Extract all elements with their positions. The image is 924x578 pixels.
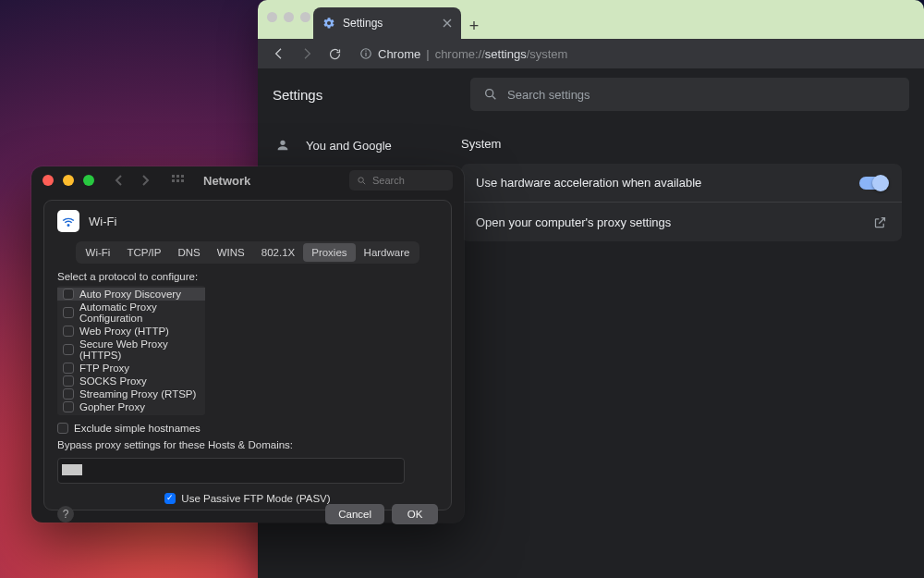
protocol-label: Auto Proxy Discovery bbox=[79, 289, 181, 300]
hw-accel-toggle[interactable] bbox=[859, 177, 887, 190]
protocol-item[interactable]: Automatic Proxy Configuration bbox=[57, 301, 205, 325]
passive-ftp-checkbox[interactable] bbox=[164, 493, 176, 504]
tab-8021x[interactable]: 802.1X bbox=[253, 243, 303, 262]
chrome-toolbar: Chrome | chrome://settings/system bbox=[258, 39, 924, 68]
tab-wins[interactable]: WINS bbox=[209, 243, 253, 262]
svg-rect-1 bbox=[365, 53, 366, 56]
network-preferences-panel: Network Search Wi-Fi Wi-Fi TCP/IP DNS WI… bbox=[31, 166, 464, 523]
ok-button[interactable]: OK bbox=[392, 504, 438, 524]
protocol-item[interactable]: FTP Proxy bbox=[57, 362, 205, 375]
row-hw-accel: Use hardware acceleration when available bbox=[461, 164, 902, 202]
all-prefs-icon[interactable] bbox=[172, 175, 187, 186]
checkbox[interactable] bbox=[63, 326, 74, 337]
protocol-label: SOCKS Proxy bbox=[79, 375, 147, 387]
sidebar-item-you-and-google[interactable]: You and Google bbox=[258, 128, 461, 163]
url-path: /system bbox=[527, 47, 568, 61]
protocol-label: FTP Proxy bbox=[79, 363, 129, 374]
panel-max[interactable] bbox=[83, 175, 94, 186]
url-sep: | bbox=[426, 47, 429, 61]
person-icon bbox=[274, 137, 291, 154]
page-title: Settings bbox=[273, 87, 322, 103]
text-cursor bbox=[62, 464, 82, 475]
bypass-label: Bypass proxy settings for these Hosts & … bbox=[57, 439, 438, 450]
svg-rect-7 bbox=[176, 175, 179, 178]
info-icon bbox=[359, 47, 372, 60]
row-label: Use hardware acceleration when available bbox=[476, 176, 701, 190]
back-button[interactable] bbox=[269, 43, 289, 64]
reload-button[interactable] bbox=[324, 43, 345, 64]
protocol-label: Streaming Proxy (RTSP) bbox=[79, 388, 196, 400]
tab-tcpip[interactable]: TCP/IP bbox=[118, 243, 169, 262]
settings-content: System Use hardware acceleration when av… bbox=[461, 120, 924, 578]
panel-titlebar: Network Search bbox=[31, 166, 464, 194]
new-tab-button[interactable]: + bbox=[461, 13, 487, 39]
cancel-button[interactable]: Cancel bbox=[325, 504, 384, 524]
chrome-traffic-lights bbox=[267, 12, 310, 22]
tab-settings[interactable]: Settings bbox=[313, 7, 461, 39]
settings-header: Settings Search settings bbox=[258, 68, 924, 120]
select-protocol-label: Select a protocol to configure: bbox=[57, 271, 438, 282]
svg-rect-2 bbox=[365, 51, 366, 52]
panel-forward[interactable] bbox=[140, 175, 150, 186]
protocol-item[interactable]: Auto Proxy Discovery bbox=[57, 288, 205, 301]
external-link-icon bbox=[872, 215, 887, 229]
panel-search-placeholder: Search bbox=[372, 175, 405, 186]
tab-hardware[interactable]: Hardware bbox=[356, 243, 419, 262]
checkbox[interactable] bbox=[63, 388, 74, 400]
tab-dns[interactable]: DNS bbox=[169, 243, 208, 262]
tab-label: Settings bbox=[343, 17, 383, 30]
svg-point-12 bbox=[359, 177, 364, 182]
address-bar[interactable]: Chrome | chrome://settings/system bbox=[359, 47, 567, 61]
checkbox[interactable] bbox=[63, 289, 74, 300]
panel-title: Network bbox=[203, 174, 250, 188]
checkbox[interactable] bbox=[63, 307, 74, 318]
exclude-hostnames-checkbox[interactable] bbox=[57, 423, 68, 434]
chrome-titlebar: Settings + bbox=[258, 0, 924, 39]
exclude-hostnames-label: Exclude simple hostnames bbox=[74, 423, 201, 434]
protocol-label: Web Proxy (HTTP) bbox=[79, 326, 169, 337]
svg-rect-10 bbox=[176, 179, 179, 182]
bypass-textarea[interactable] bbox=[57, 458, 405, 484]
panel-search[interactable]: Search bbox=[349, 170, 453, 191]
protocol-item[interactable]: Secure Web Proxy (HTTPS) bbox=[57, 338, 205, 362]
panel-min[interactable] bbox=[63, 175, 74, 186]
help-button[interactable]: ? bbox=[57, 506, 74, 523]
protocol-item[interactable]: Streaming Proxy (RTSP) bbox=[57, 387, 205, 400]
checkbox[interactable] bbox=[63, 363, 74, 374]
tab-proxies[interactable]: Proxies bbox=[303, 243, 355, 262]
protocol-label: Gopher Proxy bbox=[79, 401, 145, 412]
row-label: Open your computer's proxy settings bbox=[476, 215, 671, 229]
svg-rect-6 bbox=[172, 175, 175, 178]
protocol-item[interactable]: SOCKS Proxy bbox=[57, 375, 205, 387]
wifi-icon bbox=[57, 210, 79, 232]
protocol-label: Automatic Proxy Configuration bbox=[79, 301, 200, 324]
settings-search[interactable]: Search settings bbox=[470, 78, 909, 111]
search-placeholder: Search settings bbox=[507, 88, 590, 102]
close-icon[interactable] bbox=[443, 18, 452, 28]
traffic-max[interactable] bbox=[300, 12, 310, 22]
gear-icon bbox=[322, 17, 335, 30]
checkbox[interactable] bbox=[63, 344, 74, 355]
passive-ftp-label: Use Passive FTP Mode (PASV) bbox=[181, 493, 330, 504]
protocol-list: Auto Proxy Discovery Automatic Proxy Con… bbox=[57, 286, 205, 415]
svg-rect-9 bbox=[172, 179, 175, 182]
row-open-proxy[interactable]: Open your computer's proxy settings bbox=[461, 202, 902, 241]
tab-wifi[interactable]: Wi-Fi bbox=[78, 243, 119, 262]
panel-close[interactable] bbox=[43, 175, 54, 186]
search-icon bbox=[483, 87, 498, 102]
checkbox[interactable] bbox=[63, 375, 74, 387]
protocol-item[interactable]: Web Proxy (HTTP) bbox=[57, 325, 205, 338]
protocol-item[interactable]: Gopher Proxy bbox=[57, 400, 205, 413]
panel-back[interactable] bbox=[115, 175, 124, 186]
forward-button[interactable] bbox=[297, 43, 317, 64]
checkbox[interactable] bbox=[63, 401, 74, 412]
search-icon bbox=[357, 176, 367, 186]
tabs-segmented: Wi-Fi TCP/IP DNS WINS 802.1X Proxies Har… bbox=[76, 241, 420, 264]
url-host: settings bbox=[485, 47, 527, 61]
traffic-close[interactable] bbox=[267, 12, 277, 22]
traffic-min[interactable] bbox=[284, 12, 294, 22]
svg-rect-11 bbox=[181, 179, 184, 182]
svg-rect-8 bbox=[181, 175, 184, 178]
sidebar-item-label: You and Google bbox=[306, 139, 392, 153]
svg-point-3 bbox=[486, 90, 493, 97]
